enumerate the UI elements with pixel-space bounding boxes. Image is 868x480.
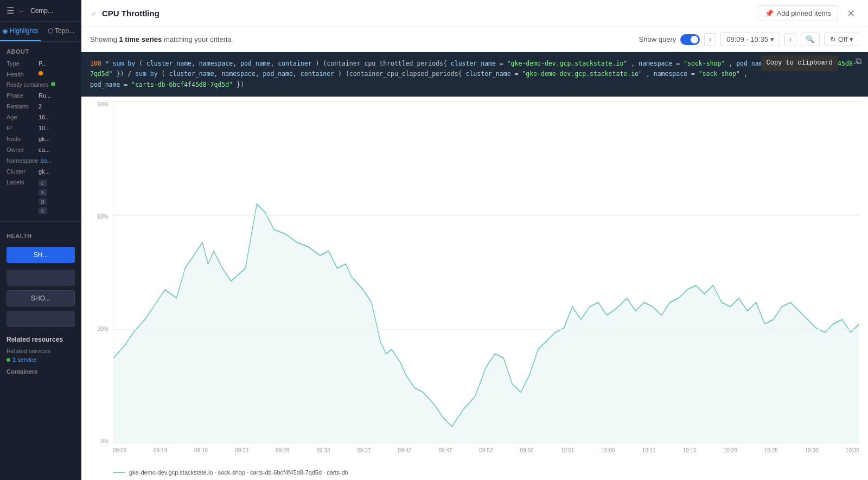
field-age: Age 16... xyxy=(0,112,81,123)
query-box: 100 * sum by ( cluster_name, namespace, … xyxy=(81,52,868,97)
copy-tooltip: Copy to clipboard xyxy=(761,55,838,71)
pin-icon: 📌 xyxy=(765,9,774,17)
hamburger-icon[interactable]: ☰ xyxy=(7,5,14,16)
criteria-prefix: Showing xyxy=(90,35,119,43)
x-label-18: 10:35 xyxy=(846,447,859,453)
health-dot-orange xyxy=(39,71,43,75)
field-labels: Labels c s p c xyxy=(0,177,81,217)
sidebar-tabs: ◉ Highlights ⬡ Topo... xyxy=(0,22,81,42)
highlights-icon: ◉ xyxy=(2,27,8,35)
related-services-label: Related services xyxy=(7,348,75,354)
service-link-text: 1 service xyxy=(12,356,36,363)
prev-arrow-button[interactable]: ‹ xyxy=(704,33,716,46)
related-service-link[interactable]: 1 service xyxy=(7,356,75,363)
containers-title: Containers xyxy=(7,368,75,375)
field-cluster: Cluster gk... xyxy=(0,166,81,177)
x-label-10: 09:56 xyxy=(520,447,533,453)
x-label-17: 10:30 xyxy=(805,447,819,453)
copy-icon-button[interactable]: ⧉ xyxy=(856,56,861,66)
main-content: ⟋ CPU Throttling 📌 Add pinned items ✕ Sh… xyxy=(81,0,868,480)
containers-section: Containers xyxy=(0,366,81,377)
add-pinned-label: Add pinned items xyxy=(777,9,831,17)
field-owner: Owner ca... xyxy=(0,144,81,155)
x-label-6: 09:37 xyxy=(357,447,371,453)
x-label-5: 09:33 xyxy=(316,447,330,453)
off-button[interactable]: ↻ Off ▾ xyxy=(824,33,859,46)
tab-highlights-label: Highlights xyxy=(10,27,39,35)
show-query-toggle[interactable] xyxy=(680,34,700,45)
label-pill: c xyxy=(39,207,47,214)
grid-line-60 xyxy=(113,215,859,216)
x-label-11: 10:01 xyxy=(561,447,575,453)
chart-svg xyxy=(113,101,859,444)
x-label-15: 10:20 xyxy=(724,447,737,453)
chart-area: 90% 60% 30% 0% 09:09 xyxy=(81,97,868,480)
panel-title: CPU Throttling xyxy=(102,9,754,18)
about-section-label: About xyxy=(0,42,81,58)
sidebar-header: ☰ ← Comp... xyxy=(0,0,81,22)
field-health: Health xyxy=(0,69,81,80)
field-phase: Phase Ru... xyxy=(0,90,81,101)
panel-header: ⟋ CPU Throttling 📌 Add pinned items ✕ xyxy=(81,0,868,27)
x-label-3: 09:23 xyxy=(235,447,248,453)
off-chevron-icon: ▾ xyxy=(850,35,853,43)
field-ip: IP 10... xyxy=(0,123,81,133)
label-pill: p xyxy=(39,198,47,205)
x-label-4: 09:28 xyxy=(276,447,289,453)
show-query-label: Show query xyxy=(639,35,676,43)
legend-text: gke-demo-dev.gcp.stackstate.io · sock-sh… xyxy=(129,469,348,476)
x-label-0: 09:09 xyxy=(113,447,126,453)
x-axis: 09:09 09:14 09:18 09:23 09:28 09:33 09:3… xyxy=(113,445,859,466)
field-restarts: Restarts 2 xyxy=(0,101,81,112)
legend-line-icon xyxy=(113,472,125,473)
label-pill: c xyxy=(39,180,47,187)
refresh-icon: ↻ xyxy=(830,35,836,43)
field-node: Node gk... xyxy=(0,133,81,144)
back-arrow-icon[interactable]: ← xyxy=(18,7,26,15)
sidebar-title: Comp... xyxy=(30,7,53,15)
search-button[interactable]: 🔍 xyxy=(801,33,820,46)
tab-highlights[interactable]: ◉ Highlights xyxy=(0,22,41,41)
tab-topo[interactable]: ⬡ Topo... xyxy=(41,22,81,41)
criteria-highlight: 1 time series xyxy=(119,35,162,43)
time-range-button[interactable]: 09:09 - 10:35 ▾ xyxy=(720,33,780,46)
x-label-7: 09:42 xyxy=(398,447,411,453)
show-button[interactable]: SH... xyxy=(7,247,75,263)
add-pinned-button[interactable]: 📌 Add pinned items xyxy=(758,5,838,21)
show-placeholder-2 xyxy=(7,311,75,327)
x-label-13: 10:11 xyxy=(642,447,656,453)
x-label-14: 10:15 xyxy=(683,447,697,453)
y-label-60: 60% xyxy=(98,214,108,220)
criteria-text: Showing 1 time series matching your crit… xyxy=(90,35,635,43)
field-ready-containers: Ready containers xyxy=(0,80,81,90)
criteria-suffix: matching your criteria xyxy=(162,35,231,43)
tab-topo-label: Topo... xyxy=(55,27,74,35)
chevron-down-icon: ▾ xyxy=(770,35,774,43)
chart-legend: gke-demo-dev.gcp.stackstate.io · sock-sh… xyxy=(90,466,859,480)
x-label-1: 09:14 xyxy=(154,447,167,453)
y-label-30: 30% xyxy=(98,326,108,332)
close-button[interactable]: ✕ xyxy=(843,5,859,22)
field-namespace: Namespace so... xyxy=(0,155,81,166)
chart-container: 90% 60% 30% 0% 09:09 xyxy=(90,101,859,466)
related-resources-title: Related resources xyxy=(7,336,75,343)
off-label: Off xyxy=(838,35,847,43)
y-label-90: 90% xyxy=(98,101,108,107)
next-arrow-button[interactable]: › xyxy=(784,33,796,46)
health-section-label: Health xyxy=(0,226,81,242)
related-resources-section: Related resources Related services 1 ser… xyxy=(0,329,81,366)
x-label-2: 09:18 xyxy=(194,447,208,453)
y-label-0: 0% xyxy=(101,438,108,444)
show-placeholder-1 xyxy=(7,270,75,286)
chart-fill xyxy=(113,204,859,444)
sidebar: ☰ ← Comp... ◉ Highlights ⬡ Topo... About… xyxy=(0,0,81,480)
line-chart xyxy=(113,101,859,444)
show-button-2[interactable]: SHO... xyxy=(7,290,75,306)
y-axis: 90% 60% 30% 0% xyxy=(90,101,111,444)
topo-icon: ⬡ xyxy=(48,27,53,35)
x-label-16: 10:25 xyxy=(764,447,778,453)
chart-line-icon: ⟋ xyxy=(90,9,98,18)
field-type: Type P... xyxy=(0,58,81,69)
health-dot-green xyxy=(51,82,55,86)
label-pill: s xyxy=(39,189,47,196)
